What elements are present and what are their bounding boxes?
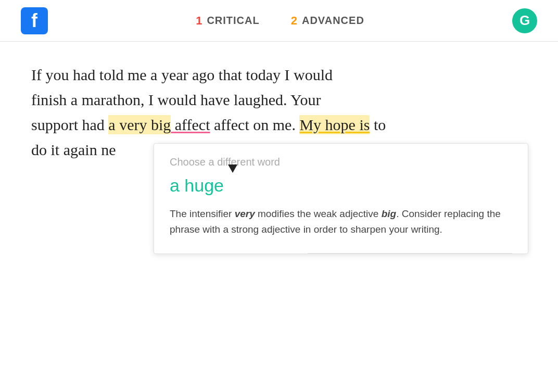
choose-word-label: Choose a different word — [170, 156, 512, 168]
text-line1: If you had told me a year ago that today… — [31, 66, 333, 83]
suggestion-description: The intensifier very modifies the weak a… — [170, 206, 512, 238]
cursor-icon — [228, 165, 237, 173]
advanced-alert[interactable]: 2 ADVANCED — [291, 14, 364, 28]
text-line3-post: to — [370, 116, 386, 133]
facebook-logo: f — [21, 7, 48, 34]
advanced-label: ADVANCED — [302, 15, 364, 27]
app-header: f 1 CRITICAL 2 ADVANCED G — [0, 0, 558, 42]
text-line3-mid: affect on me. — [210, 116, 300, 133]
popup-bottom-divider — [308, 253, 512, 254]
grammarly-button[interactable]: G — [512, 8, 537, 33]
critical-alert[interactable]: 1 CRITICAL — [196, 14, 260, 28]
grammarly-letter: G — [519, 12, 530, 29]
fb-letter: f — [31, 11, 37, 30]
suggestion-popup: Choose a different word a huge The inten… — [154, 143, 528, 254]
text-line4: do it again ne — [31, 141, 116, 158]
suggestion-word[interactable]: a huge — [170, 175, 224, 196]
critical-label: CRITICAL — [207, 15, 259, 27]
affect-underline: affect — [171, 116, 210, 133]
advanced-count: 2 — [291, 14, 298, 28]
critical-count: 1 — [196, 14, 202, 28]
hope-underline: My hope is — [299, 115, 370, 134]
text-line2: finish a marathon, I would have laughed.… — [31, 91, 321, 108]
text-line3-pre: support had — [31, 116, 108, 133]
main-content: If you had told me a year ago that today… — [0, 42, 558, 173]
alert-counts: 1 CRITICAL 2 ADVANCED — [48, 14, 512, 28]
highlight-very-big[interactable]: a very big — [108, 115, 171, 134]
